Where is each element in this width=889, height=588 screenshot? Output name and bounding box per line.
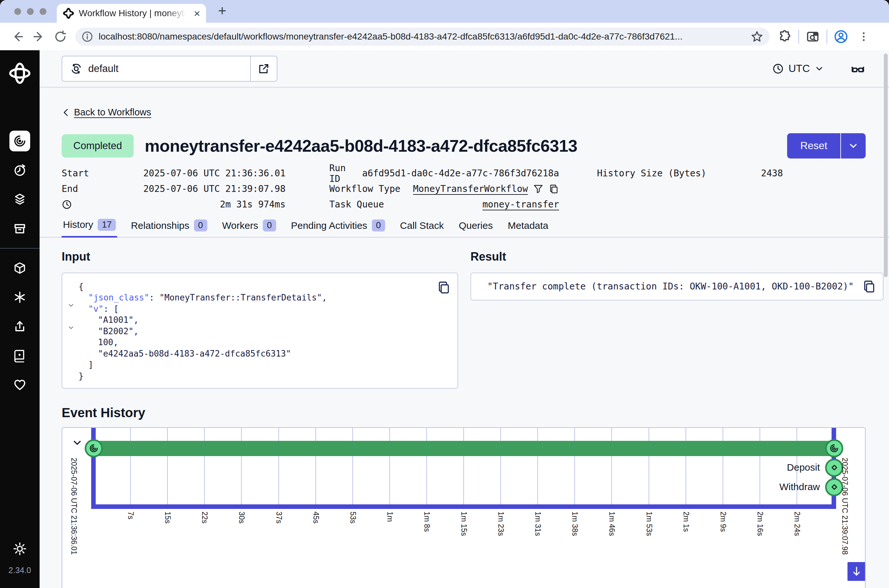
sidebar-item-nexus[interactable] <box>9 287 30 308</box>
timeline-end-time: 2025-07-06 UTC 21:39:07.98 <box>840 458 849 555</box>
history-size-label: History Size (Bytes) <box>597 168 706 178</box>
toolbar-divider <box>798 30 799 44</box>
window-controls[interactable] <box>14 8 47 15</box>
reload-icon[interactable] <box>51 27 69 46</box>
sidebar-item-batch-operations[interactable] <box>9 218 30 239</box>
time-tick-label: 7s <box>126 512 135 519</box>
url-bar[interactable]: localhost:8080/namespaces/default/workfl… <box>75 27 770 46</box>
timezone-dropdown[interactable]: UTC <box>772 63 824 75</box>
bookmark-star-icon[interactable] <box>750 30 764 44</box>
activity-label-deposit: Deposit <box>722 462 820 473</box>
namespace-icon <box>70 63 83 75</box>
browser-menu-icon[interactable] <box>854 27 873 46</box>
json-line: { <box>62 281 457 292</box>
back-to-workflows-link[interactable]: Back to Workflows <box>62 107 151 118</box>
result-value: "Transfer complete (transaction IDs: OKW… <box>487 281 854 292</box>
tab[interactable]: Pending Activities 0 <box>290 217 387 238</box>
task-queue-label: Task Queue <box>329 199 384 210</box>
tab[interactable]: Queries <box>457 217 494 238</box>
sidebar-item-feedback[interactable] <box>9 374 30 395</box>
end-value: 2025-07-06 UTC 21:39:07.98 <box>143 183 286 194</box>
url-text[interactable]: localhost:8080/namespaces/default/workfl… <box>99 32 745 42</box>
tab[interactable]: Metadata <box>507 217 550 238</box>
history-size-value: 2438 <box>761 168 783 178</box>
tab-count-badge: 17 <box>98 219 116 231</box>
status-badge: Completed <box>62 134 134 158</box>
task-queue-link[interactable]: money-transfer <box>483 199 559 210</box>
time-tick-label: 2m 16s <box>756 512 764 536</box>
sidebar-item-archival[interactable] <box>9 258 30 279</box>
run-id-value: a6fd95d1-da0c-4d2e-a77c-786f3d76218a <box>362 168 559 178</box>
close-tab-icon[interactable]: × <box>194 8 200 19</box>
end-label: End <box>62 183 78 194</box>
json-line: } <box>62 370 457 382</box>
start-value: 2025-07-06 UTC 21:36:36.01 <box>143 168 286 178</box>
tab[interactable]: Relationships 0 <box>129 217 208 238</box>
browser-toolbar: localhost:8080/namespaces/default/workfl… <box>0 23 889 50</box>
download-history-button[interactable] <box>847 562 866 581</box>
labs-glasses-icon[interactable] <box>850 61 866 76</box>
tab[interactable]: History 17 <box>62 217 117 238</box>
sidebar-item-deployments[interactable] <box>9 189 30 210</box>
theme-toggle-sun-icon[interactable] <box>13 542 27 556</box>
browser-tab[interactable]: Workflow History | moneytran × <box>57 4 206 23</box>
workflow-details: Start2025-07-06 UTC 21:36:36.01 End2025-… <box>62 166 866 212</box>
sidebar-divider <box>0 248 39 249</box>
reset-button[interactable]: Reset <box>787 133 840 159</box>
sidebar-item-workflows[interactable] <box>9 130 30 152</box>
time-tick-label: 1m <box>385 512 394 522</box>
timeline-collapse-chevron[interactable] <box>71 437 83 448</box>
minimize-window-button[interactable] <box>27 8 34 15</box>
workflow-end-node[interactable] <box>825 439 843 458</box>
forward-icon[interactable] <box>30 27 48 46</box>
extensions-icon[interactable] <box>775 27 794 46</box>
open-namespace-external-icon[interactable] <box>250 56 277 81</box>
time-tick-label: 2m 24s <box>793 512 802 536</box>
result-card: "Transfer complete (transaction IDs: OKW… <box>471 273 883 300</box>
back-icon[interactable] <box>8 27 27 46</box>
copy-icon[interactable] <box>549 184 559 194</box>
namespace-selector[interactable]: default <box>62 56 277 82</box>
time-tick-label: 30s <box>237 512 246 524</box>
close-window-button[interactable] <box>14 8 21 15</box>
workflow-type-link[interactable]: MoneyTransferWorkflow <box>413 183 528 194</box>
time-tick-label: 1m 46s <box>608 512 616 536</box>
clock-icon <box>772 63 784 75</box>
time-tick-label: 22s <box>200 512 209 524</box>
time-tick-label: 2m 9s <box>719 512 727 532</box>
json-line: "json_class": "MoneyTransfer::TransferDe… <box>62 292 457 303</box>
time-tick-label: 1m 8s <box>423 512 431 532</box>
tab-title: Workflow History | moneytran <box>79 8 186 18</box>
workflow-start-node[interactable] <box>85 439 103 458</box>
workflow-execution-bar[interactable] <box>93 441 834 456</box>
sidebar-item-share[interactable] <box>9 316 30 337</box>
event-history-timeline: Deposit Withdraw 2025-07-06 UTC 21:36:36… <box>62 427 866 588</box>
reset-menu-chevron[interactable] <box>841 133 866 159</box>
side-search-icon[interactable] <box>804 27 822 46</box>
copy-result-icon[interactable] <box>862 279 876 294</box>
scrollbar-thumb[interactable] <box>884 54 888 277</box>
workflow-tabs: History 17 Relationships 0 Workers 0 <box>39 217 889 238</box>
tab[interactable]: Call Stack <box>399 217 445 238</box>
namespace-topbar: default UTC <box>39 50 889 87</box>
json-line: ] <box>62 359 457 370</box>
temporal-logo-icon[interactable] <box>8 62 31 85</box>
event-history-heading: Event History <box>62 405 866 420</box>
timezone-value: UTC <box>788 63 810 75</box>
workflow-type-label: Workflow Type <box>329 183 400 194</box>
tab[interactable]: Workers 0 <box>221 217 277 238</box>
sidebar-item-schedules[interactable] <box>9 160 30 180</box>
time-tick-label: 53s <box>349 512 357 524</box>
input-heading: Input <box>62 250 458 264</box>
timeline-bottom-axis <box>91 504 836 509</box>
time-tick-label: 15s <box>163 512 172 524</box>
time-tick-label: 37s <box>274 512 283 524</box>
new-tab-button[interactable]: + <box>218 3 226 19</box>
copy-input-icon[interactable] <box>437 280 451 295</box>
profile-icon[interactable] <box>832 27 850 46</box>
maximize-window-button[interactable] <box>39 8 47 15</box>
site-info-icon[interactable] <box>81 30 93 43</box>
filter-funnel-icon[interactable] <box>533 184 543 194</box>
left-nav-sidebar: 2.34.0 <box>0 50 39 588</box>
sidebar-item-docs[interactable] <box>9 345 30 366</box>
